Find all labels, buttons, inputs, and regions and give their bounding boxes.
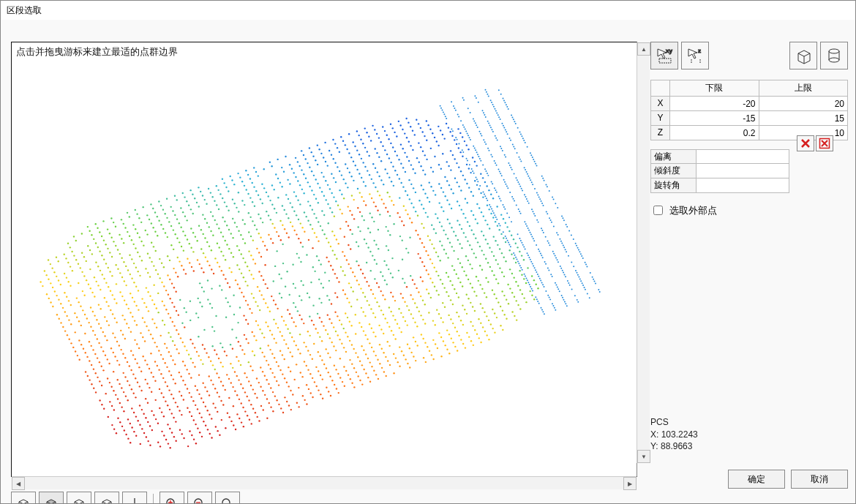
svg-point-2625 bbox=[506, 104, 507, 105]
svg-point-1012 bbox=[97, 338, 98, 339]
svg-point-2122 bbox=[331, 380, 333, 381]
prop-rotation-value[interactable] bbox=[697, 178, 789, 192]
svg-point-464 bbox=[86, 279, 87, 281]
y-upper-input[interactable] bbox=[759, 111, 848, 125]
zoom-fit-button[interactable] bbox=[215, 492, 240, 504]
svg-point-1053 bbox=[154, 323, 155, 324]
view-iso-2-button[interactable] bbox=[39, 492, 64, 504]
shape-cylinder-button[interactable] bbox=[820, 42, 848, 69]
svg-point-732 bbox=[105, 301, 107, 303]
clear-button[interactable] bbox=[797, 135, 814, 151]
cancel-button[interactable]: 取消 bbox=[791, 470, 848, 489]
svg-point-295 bbox=[173, 229, 174, 230]
x-upper-input[interactable] bbox=[759, 97, 848, 110]
svg-point-827 bbox=[173, 287, 175, 288]
svg-point-1133 bbox=[229, 306, 230, 307]
svg-point-2362 bbox=[499, 198, 500, 200]
svg-point-16 bbox=[237, 173, 239, 174]
svg-point-1105 bbox=[369, 251, 371, 252]
svg-point-797 bbox=[298, 238, 299, 239]
svg-point-2051 bbox=[462, 324, 464, 326]
svg-point-344 bbox=[214, 219, 216, 221]
shape-box-button[interactable] bbox=[789, 42, 817, 69]
svg-point-1051 bbox=[130, 331, 132, 332]
svg-point-143 bbox=[394, 132, 395, 133]
svg-point-980 bbox=[157, 312, 159, 313]
prop-offset-value[interactable] bbox=[697, 150, 789, 163]
svg-point-2156 bbox=[263, 409, 264, 410]
svg-point-2195 bbox=[257, 416, 258, 418]
svg-point-1845 bbox=[137, 420, 138, 421]
zoom-out-button[interactable] bbox=[187, 492, 212, 504]
svg-point-1450 bbox=[230, 344, 231, 345]
svg-point-524 bbox=[190, 247, 192, 249]
svg-point-139 bbox=[362, 143, 364, 144]
svg-point-619 bbox=[250, 236, 252, 237]
clear-box-button[interactable] bbox=[816, 135, 833, 151]
select-xy-button[interactable]: xy bbox=[650, 42, 678, 69]
scroll-down-icon[interactable]: ▼ bbox=[637, 450, 650, 463]
svg-point-168 bbox=[222, 198, 223, 199]
svg-point-538 bbox=[341, 194, 342, 195]
svg-point-286 bbox=[78, 263, 79, 264]
svg-point-1414 bbox=[283, 320, 285, 321]
svg-point-1173 bbox=[263, 298, 264, 300]
select-z-button[interactable]: z bbox=[681, 42, 709, 69]
svg-point-2085 bbox=[385, 356, 386, 358]
ok-button[interactable]: 确定 bbox=[728, 470, 785, 489]
svg-point-159 bbox=[151, 222, 152, 224]
vertical-scrollbar[interactable]: ▲ ▼ bbox=[637, 42, 650, 463]
svg-point-1268 bbox=[465, 236, 466, 238]
svg-point-1035 bbox=[358, 245, 359, 247]
svg-point-1217 bbox=[336, 277, 337, 279]
svg-point-722 bbox=[444, 176, 446, 178]
select-external-checkbox-input[interactable] bbox=[653, 206, 663, 215]
svg-point-2634 bbox=[519, 132, 521, 133]
scroll-left-icon[interactable]: ◀ bbox=[12, 477, 25, 490]
svg-point-2012 bbox=[484, 312, 485, 313]
svg-point-1140 bbox=[324, 271, 326, 273]
svg-point-1903 bbox=[234, 390, 236, 391]
view-axes-button[interactable] bbox=[122, 492, 147, 504]
svg-point-482 bbox=[244, 223, 245, 225]
x-lower-input[interactable] bbox=[670, 97, 759, 110]
svg-point-1512 bbox=[382, 294, 383, 296]
zoom-in-button[interactable] bbox=[159, 492, 184, 504]
svg-point-1625 bbox=[151, 391, 152, 392]
svg-point-1999 bbox=[318, 370, 319, 372]
svg-point-1564 bbox=[463, 271, 465, 272]
svg-point-87 bbox=[241, 181, 243, 182]
svg-point-1230 bbox=[463, 232, 465, 233]
svg-point-753 bbox=[272, 242, 274, 244]
view-iso-1-button[interactable] bbox=[11, 492, 36, 504]
svg-point-2391 bbox=[541, 282, 543, 283]
view-iso-4-button[interactable] bbox=[94, 492, 119, 504]
svg-point-1345 bbox=[469, 244, 470, 246]
viewport[interactable]: 点击并拖曳游标来建立最适的点群边界 ▲ ▼ ◀ ▶ bbox=[11, 42, 637, 477]
svg-point-2441 bbox=[524, 221, 525, 222]
select-external-checkbox[interactable]: 选取外部点 bbox=[650, 203, 848, 217]
prop-tilt-value[interactable] bbox=[697, 164, 789, 178]
y-lower-input[interactable] bbox=[670, 111, 759, 125]
z-lower-input[interactable] bbox=[670, 126, 759, 140]
svg-point-1180 bbox=[334, 273, 336, 274]
scroll-right-icon[interactable]: ▶ bbox=[623, 477, 637, 490]
svg-point-2604 bbox=[566, 251, 567, 252]
svg-point-2675 bbox=[585, 264, 587, 266]
svg-point-1257 bbox=[354, 276, 356, 277]
scroll-up-icon[interactable]: ▲ bbox=[637, 42, 650, 56]
svg-point-1764 bbox=[236, 375, 238, 377]
svg-point-1054 bbox=[162, 320, 163, 321]
svg-point-1228 bbox=[447, 238, 448, 239]
svg-point-1476 bbox=[483, 254, 484, 255]
svg-point-698 bbox=[214, 257, 216, 259]
svg-point-1732 bbox=[337, 334, 339, 336]
svg-point-1237 bbox=[101, 366, 102, 367]
view-iso-3-button[interactable] bbox=[67, 492, 91, 504]
svg-point-1665 bbox=[113, 409, 115, 410]
svg-point-1873 bbox=[375, 336, 376, 337]
svg-point-1078 bbox=[439, 222, 440, 223]
horizontal-scrollbar[interactable]: ◀ ▶ bbox=[12, 476, 637, 489]
svg-point-1334 bbox=[366, 281, 367, 282]
svg-point-1973 bbox=[506, 298, 507, 300]
